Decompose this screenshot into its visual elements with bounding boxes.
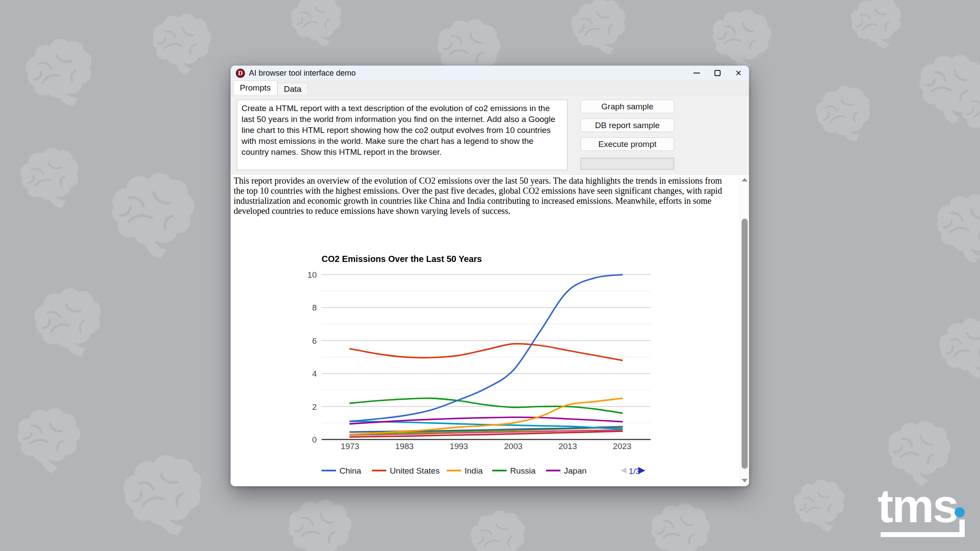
maximize-icon [714, 70, 721, 76]
progress-bar [581, 158, 674, 170]
brain-icon [13, 403, 84, 476]
window-title: AI browser tool interface demo [249, 69, 356, 78]
tms-logo-text: tms [878, 478, 958, 533]
co2-line-chart: 0246810197319831993200320132023CO2 Emiss… [306, 251, 656, 483]
brain-icon [285, 496, 354, 551]
series-line-india [350, 398, 622, 435]
titlebar[interactable]: D AI browser tool interface demo × [231, 66, 749, 80]
brain-icon [121, 452, 206, 540]
y-tick-label: 2 [312, 402, 317, 412]
legend-label-russia: Russia [510, 466, 536, 475]
y-tick-label: 0 [312, 435, 317, 444]
x-tick-label: 1983 [395, 442, 413, 451]
tms-logo-dot [955, 507, 965, 517]
scroll-down-icon [742, 479, 748, 482]
brain-icon [813, 82, 876, 147]
delphi-app-icon: D [236, 69, 245, 78]
close-button[interactable]: × [728, 66, 749, 80]
minimize-icon [693, 73, 700, 73]
tab-prompts[interactable]: Prompts [233, 80, 277, 95]
x-tick-label: 1973 [341, 442, 359, 451]
tms-logo-underline [881, 532, 965, 537]
brain-icon [468, 508, 529, 551]
prompt-textarea[interactable]: Create a HTML report with a text descrip… [237, 100, 567, 170]
brain-icon [18, 145, 83, 212]
legend-next-page-icon[interactable] [638, 467, 645, 474]
prompt-panel: Create a HTML report with a text descrip… [231, 95, 749, 175]
graph-sample-button[interactable]: Graph sample [581, 100, 674, 113]
execute-prompt-button[interactable]: Execute prompt [581, 137, 674, 151]
brain-icon [32, 285, 105, 360]
y-tick-label: 6 [312, 336, 317, 345]
brain-icon [648, 501, 712, 551]
y-tick-label: 4 [312, 369, 317, 378]
brain-icon [849, 0, 904, 52]
series-line-russia [350, 398, 622, 413]
minimize-button[interactable] [686, 66, 707, 80]
series-line-united-states [350, 344, 622, 360]
chart-title: CO2 Emissions Over the Last 50 Years [322, 254, 482, 264]
brain-icon [932, 189, 980, 266]
db-report-sample-button[interactable]: DB report sample [581, 119, 674, 132]
tms-logo: tms [878, 486, 976, 543]
x-tick-label: 2023 [613, 442, 631, 451]
close-icon: × [735, 68, 742, 78]
legend-label-japan: Japan [564, 466, 587, 475]
brain-icon [568, 0, 630, 59]
tab-bar: Prompts Data [231, 80, 749, 95]
brain-icon [108, 169, 197, 261]
scroll-down-button[interactable] [740, 477, 749, 485]
scroll-up-button[interactable] [740, 176, 749, 184]
legend-label-united-states: United States [390, 466, 440, 475]
brain-icon [792, 478, 848, 535]
brain-icon [937, 316, 980, 382]
legend-label-india: India [465, 466, 483, 475]
maximize-button[interactable] [707, 66, 728, 80]
brain-icon [149, 10, 214, 77]
x-tick-label: 2003 [504, 442, 522, 451]
scrollbar-thumb[interactable] [742, 219, 748, 469]
legend-prev-page-icon [621, 467, 626, 474]
legend-label-china: China [340, 466, 361, 475]
brain-icon [22, 35, 98, 112]
brain-icon [708, 6, 774, 73]
y-tick-label: 10 [308, 270, 317, 279]
app-window: D AI browser tool interface demo × Promp… [231, 66, 749, 486]
x-tick-label: 2013 [558, 442, 577, 451]
report-browser-area: This report provides an overview of the … [231, 175, 749, 486]
report-paragraph: This report provides an overview of the … [234, 176, 724, 216]
tab-data[interactable]: Data [277, 83, 308, 95]
y-tick-label: 8 [312, 303, 317, 312]
scroll-up-icon [742, 178, 748, 181]
report-scrollbar[interactable] [739, 175, 749, 486]
brain-icon [289, 0, 344, 49]
x-tick-label: 1993 [450, 442, 468, 451]
